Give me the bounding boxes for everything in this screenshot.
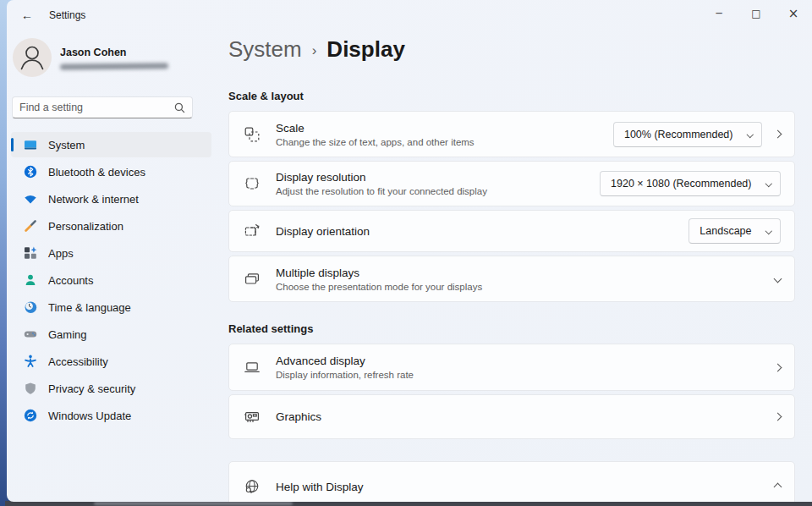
app-title: Settings bbox=[49, 9, 85, 21]
accounts-person-icon bbox=[24, 273, 37, 287]
back-button[interactable]: ← bbox=[14, 5, 41, 25]
profile-section[interactable]: Jason Cohen bbox=[13, 38, 168, 77]
sidebar-item-windows-update[interactable]: Windows Update bbox=[11, 403, 211, 428]
sidebar-item-accounts[interactable]: Accounts bbox=[11, 267, 211, 293]
wifi-icon bbox=[24, 192, 37, 206]
sidebar-item-gaming[interactable]: Gaming bbox=[11, 322, 211, 347]
graphics-card[interactable]: Graphics bbox=[228, 394, 795, 439]
sidebar-item-system[interactable]: System bbox=[11, 132, 211, 157]
orientation-dropdown[interactable]: Landscape bbox=[689, 218, 781, 244]
display-resolution-subtitle: Adjust the resolution to fit your connec… bbox=[276, 186, 487, 196]
update-arrows-icon bbox=[24, 409, 37, 422]
graphics-title: Graphics bbox=[276, 410, 321, 423]
settings-window: ← Settings ─ □ × Jason Cohen bbox=[7, 0, 812, 502]
profile-name: Jason Cohen bbox=[60, 47, 168, 58]
help-with-display-card[interactable]: Help with Display bbox=[228, 461, 795, 502]
person-icon bbox=[13, 38, 52, 77]
sidebar-item-network-internet[interactable]: Network & internet bbox=[11, 186, 211, 212]
orientation-dropdown-value: Landscape bbox=[700, 225, 751, 237]
system-icon bbox=[24, 138, 37, 151]
chevron-up-icon[interactable] bbox=[774, 482, 782, 491]
shield-icon bbox=[24, 382, 37, 395]
search-box bbox=[12, 96, 193, 118]
sidebar-nav: System Bluetooth & devices Network & int… bbox=[11, 132, 211, 430]
scale-icon bbox=[243, 125, 261, 144]
multiple-displays-title: Multiple displays bbox=[276, 267, 482, 279]
chevron-down-icon bbox=[765, 228, 771, 234]
advanced-display-icon bbox=[243, 358, 261, 377]
sidebar-item-label: Bluetooth & devices bbox=[48, 166, 145, 179]
resolution-icon bbox=[243, 174, 261, 193]
sidebar: Jason Cohen bbox=[7, 30, 218, 502]
scale-dropdown-value: 100% (Recommended) bbox=[624, 129, 733, 140]
display-resolution-title: Display resolution bbox=[276, 171, 487, 184]
graphics-gpu-icon bbox=[243, 408, 261, 426]
scale-layout-heading: Scale & layout bbox=[228, 90, 795, 102]
search-icon[interactable] bbox=[174, 102, 185, 113]
display-orientation-card[interactable]: Display orientation Landscape bbox=[228, 210, 795, 252]
sidebar-item-accessibility[interactable]: Accessibility bbox=[11, 349, 211, 374]
advanced-display-card[interactable]: Advanced display Display information, re… bbox=[228, 344, 795, 391]
search-input[interactable] bbox=[19, 102, 174, 113]
scale-title: Scale bbox=[276, 122, 475, 135]
paintbrush-icon bbox=[24, 219, 37, 233]
sidebar-item-label: Accessibility bbox=[48, 355, 108, 368]
scale-card[interactable]: Scale Change the size of text, apps, and… bbox=[228, 111, 795, 157]
page-title: Display bbox=[326, 36, 405, 63]
apps-icon bbox=[24, 246, 37, 260]
advanced-display-subtitle: Display information, refresh rate bbox=[276, 370, 414, 380]
display-resolution-card[interactable]: Display resolution Adjust the resolution… bbox=[228, 161, 795, 206]
avatar bbox=[13, 38, 52, 77]
related-settings-heading: Related settings bbox=[228, 322, 795, 335]
help-with-display-title: Help with Display bbox=[276, 481, 364, 493]
scale-dropdown[interactable]: 100% (Recommended) bbox=[613, 122, 762, 147]
chevron-right-icon[interactable] bbox=[774, 130, 782, 139]
multiple-displays-subtitle: Choose the presentation mode for your di… bbox=[276, 282, 482, 292]
sidebar-item-bluetooth-devices[interactable]: Bluetooth & devices bbox=[11, 159, 211, 184]
resolution-dropdown-value: 1920 × 1080 (Recommended) bbox=[611, 178, 751, 190]
sidebar-item-label: Apps bbox=[48, 247, 74, 260]
chevron-down-icon bbox=[746, 131, 753, 138]
desktop-background: ← Settings ─ □ × Jason Cohen bbox=[0, 0, 812, 506]
gamepad-icon bbox=[24, 327, 37, 341]
help-globe-icon bbox=[243, 477, 261, 496]
chevron-right-icon[interactable] bbox=[774, 363, 782, 371]
profile-email-redacted bbox=[60, 63, 168, 69]
multiple-displays-card[interactable]: Multiple displays Choose the presentatio… bbox=[228, 256, 795, 302]
chevron-down-icon[interactable] bbox=[774, 275, 782, 283]
scale-subtitle: Change the size of text, apps, and other… bbox=[276, 137, 475, 147]
orientation-icon bbox=[243, 222, 261, 240]
sidebar-item-personalization[interactable]: Personalization bbox=[11, 213, 211, 239]
advanced-display-title: Advanced display bbox=[276, 355, 414, 367]
main-content: System › Display Scale & layout Scale Ch… bbox=[218, 0, 812, 502]
chevron-right-icon[interactable] bbox=[774, 413, 782, 421]
sidebar-item-label: Privacy & security bbox=[48, 382, 135, 395]
sidebar-item-label: Accounts bbox=[48, 274, 93, 287]
breadcrumb-separator-icon: › bbox=[312, 37, 317, 64]
sidebar-item-label: Windows Update bbox=[48, 410, 131, 422]
chevron-down-icon bbox=[765, 180, 771, 187]
sidebar-item-apps[interactable]: Apps bbox=[11, 240, 211, 266]
sidebar-item-label: Gaming bbox=[48, 328, 87, 341]
sidebar-item-time-language[interactable]: Time & language bbox=[11, 294, 211, 320]
accessibility-person-icon bbox=[24, 355, 37, 368]
clock-globe-icon bbox=[24, 300, 37, 314]
sidebar-item-privacy-security[interactable]: Privacy & security bbox=[11, 376, 211, 401]
resolution-dropdown[interactable]: 1920 × 1080 (Recommended) bbox=[600, 171, 781, 196]
bluetooth-icon bbox=[24, 165, 37, 179]
multiple-displays-icon bbox=[243, 270, 261, 289]
breadcrumb-system[interactable]: System bbox=[228, 36, 302, 63]
sidebar-item-label: Time & language bbox=[48, 301, 131, 314]
sidebar-item-label: Personalization bbox=[48, 220, 123, 233]
sidebar-item-label: Network & internet bbox=[48, 193, 139, 206]
breadcrumb: System › Display bbox=[228, 36, 795, 66]
taskbar-smudge bbox=[94, 502, 293, 505]
display-orientation-title: Display orientation bbox=[276, 225, 370, 238]
sidebar-item-label: System bbox=[48, 139, 85, 151]
